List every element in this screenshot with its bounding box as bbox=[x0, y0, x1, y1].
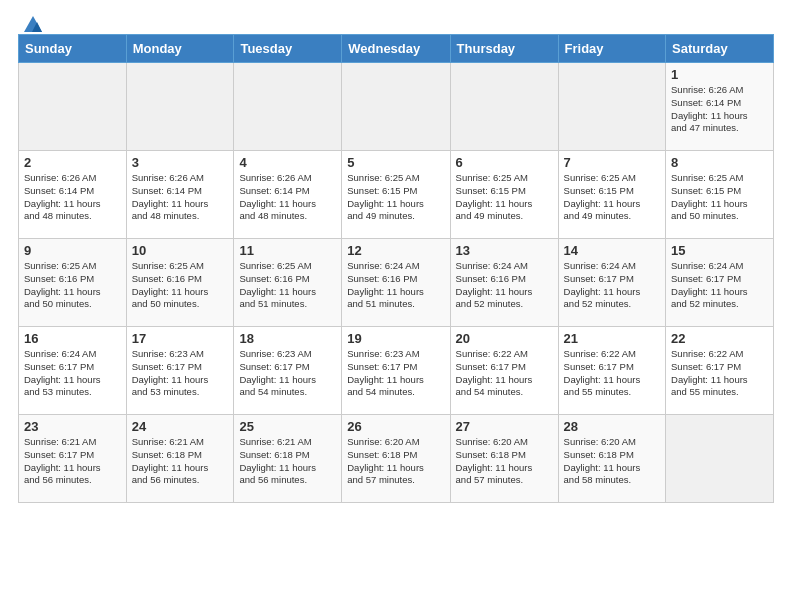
calendar-week-3: 16Sunrise: 6:24 AM Sunset: 6:17 PM Dayli… bbox=[19, 327, 774, 415]
day-number: 7 bbox=[564, 155, 660, 170]
calendar-cell: 6Sunrise: 6:25 AM Sunset: 6:15 PM Daylig… bbox=[450, 151, 558, 239]
weekday-header-row: SundayMondayTuesdayWednesdayThursdayFrid… bbox=[19, 35, 774, 63]
day-info: Sunrise: 6:20 AM Sunset: 6:18 PM Dayligh… bbox=[347, 436, 444, 487]
day-info: Sunrise: 6:21 AM Sunset: 6:17 PM Dayligh… bbox=[24, 436, 121, 487]
day-info: Sunrise: 6:24 AM Sunset: 6:16 PM Dayligh… bbox=[347, 260, 444, 311]
day-info: Sunrise: 6:22 AM Sunset: 6:17 PM Dayligh… bbox=[671, 348, 768, 399]
calendar-cell bbox=[19, 63, 127, 151]
day-info: Sunrise: 6:26 AM Sunset: 6:14 PM Dayligh… bbox=[24, 172, 121, 223]
day-number: 1 bbox=[671, 67, 768, 82]
logo-icon bbox=[22, 14, 44, 36]
weekday-header-tuesday: Tuesday bbox=[234, 35, 342, 63]
day-number: 24 bbox=[132, 419, 229, 434]
calendar-cell: 3Sunrise: 6:26 AM Sunset: 6:14 PM Daylig… bbox=[126, 151, 234, 239]
day-info: Sunrise: 6:24 AM Sunset: 6:17 PM Dayligh… bbox=[24, 348, 121, 399]
day-info: Sunrise: 6:25 AM Sunset: 6:16 PM Dayligh… bbox=[239, 260, 336, 311]
calendar-cell: 9Sunrise: 6:25 AM Sunset: 6:16 PM Daylig… bbox=[19, 239, 127, 327]
day-info: Sunrise: 6:23 AM Sunset: 6:17 PM Dayligh… bbox=[347, 348, 444, 399]
calendar-body: 1Sunrise: 6:26 AM Sunset: 6:14 PM Daylig… bbox=[19, 63, 774, 503]
calendar-cell: 23Sunrise: 6:21 AM Sunset: 6:17 PM Dayli… bbox=[19, 415, 127, 503]
weekday-header-monday: Monday bbox=[126, 35, 234, 63]
day-info: Sunrise: 6:25 AM Sunset: 6:15 PM Dayligh… bbox=[564, 172, 660, 223]
day-number: 2 bbox=[24, 155, 121, 170]
logo-area bbox=[18, 14, 44, 28]
calendar-cell bbox=[558, 63, 665, 151]
calendar-cell: 17Sunrise: 6:23 AM Sunset: 6:17 PM Dayli… bbox=[126, 327, 234, 415]
day-info: Sunrise: 6:25 AM Sunset: 6:15 PM Dayligh… bbox=[671, 172, 768, 223]
day-info: Sunrise: 6:26 AM Sunset: 6:14 PM Dayligh… bbox=[239, 172, 336, 223]
day-info: Sunrise: 6:21 AM Sunset: 6:18 PM Dayligh… bbox=[132, 436, 229, 487]
day-number: 22 bbox=[671, 331, 768, 346]
day-number: 12 bbox=[347, 243, 444, 258]
calendar-week-2: 9Sunrise: 6:25 AM Sunset: 6:16 PM Daylig… bbox=[19, 239, 774, 327]
day-info: Sunrise: 6:20 AM Sunset: 6:18 PM Dayligh… bbox=[456, 436, 553, 487]
day-info: Sunrise: 6:25 AM Sunset: 6:15 PM Dayligh… bbox=[347, 172, 444, 223]
day-info: Sunrise: 6:23 AM Sunset: 6:17 PM Dayligh… bbox=[132, 348, 229, 399]
day-info: Sunrise: 6:25 AM Sunset: 6:15 PM Dayligh… bbox=[456, 172, 553, 223]
day-info: Sunrise: 6:25 AM Sunset: 6:16 PM Dayligh… bbox=[24, 260, 121, 311]
day-info: Sunrise: 6:26 AM Sunset: 6:14 PM Dayligh… bbox=[132, 172, 229, 223]
day-info: Sunrise: 6:24 AM Sunset: 6:17 PM Dayligh… bbox=[564, 260, 660, 311]
calendar-cell bbox=[234, 63, 342, 151]
day-info: Sunrise: 6:22 AM Sunset: 6:17 PM Dayligh… bbox=[456, 348, 553, 399]
day-info: Sunrise: 6:26 AM Sunset: 6:14 PM Dayligh… bbox=[671, 84, 768, 135]
calendar-cell: 18Sunrise: 6:23 AM Sunset: 6:17 PM Dayli… bbox=[234, 327, 342, 415]
day-number: 14 bbox=[564, 243, 660, 258]
calendar-cell: 2Sunrise: 6:26 AM Sunset: 6:14 PM Daylig… bbox=[19, 151, 127, 239]
calendar-cell: 28Sunrise: 6:20 AM Sunset: 6:18 PM Dayli… bbox=[558, 415, 665, 503]
weekday-header-sunday: Sunday bbox=[19, 35, 127, 63]
calendar-cell: 1Sunrise: 6:26 AM Sunset: 6:14 PM Daylig… bbox=[666, 63, 774, 151]
day-info: Sunrise: 6:20 AM Sunset: 6:18 PM Dayligh… bbox=[564, 436, 660, 487]
page: SundayMondayTuesdayWednesdayThursdayFrid… bbox=[0, 0, 792, 612]
calendar-cell bbox=[450, 63, 558, 151]
day-number: 28 bbox=[564, 419, 660, 434]
calendar-cell: 5Sunrise: 6:25 AM Sunset: 6:15 PM Daylig… bbox=[342, 151, 450, 239]
calendar-cell: 12Sunrise: 6:24 AM Sunset: 6:16 PM Dayli… bbox=[342, 239, 450, 327]
day-info: Sunrise: 6:25 AM Sunset: 6:16 PM Dayligh… bbox=[132, 260, 229, 311]
day-number: 4 bbox=[239, 155, 336, 170]
calendar-cell: 20Sunrise: 6:22 AM Sunset: 6:17 PM Dayli… bbox=[450, 327, 558, 415]
day-number: 27 bbox=[456, 419, 553, 434]
day-number: 16 bbox=[24, 331, 121, 346]
weekday-header-saturday: Saturday bbox=[666, 35, 774, 63]
day-number: 21 bbox=[564, 331, 660, 346]
day-number: 18 bbox=[239, 331, 336, 346]
day-number: 8 bbox=[671, 155, 768, 170]
calendar-week-1: 2Sunrise: 6:26 AM Sunset: 6:14 PM Daylig… bbox=[19, 151, 774, 239]
weekday-header-friday: Friday bbox=[558, 35, 665, 63]
calendar-cell: 14Sunrise: 6:24 AM Sunset: 6:17 PM Dayli… bbox=[558, 239, 665, 327]
calendar-cell: 21Sunrise: 6:22 AM Sunset: 6:17 PM Dayli… bbox=[558, 327, 665, 415]
day-info: Sunrise: 6:24 AM Sunset: 6:17 PM Dayligh… bbox=[671, 260, 768, 311]
day-number: 6 bbox=[456, 155, 553, 170]
calendar-cell: 26Sunrise: 6:20 AM Sunset: 6:18 PM Dayli… bbox=[342, 415, 450, 503]
calendar-week-4: 23Sunrise: 6:21 AM Sunset: 6:17 PM Dayli… bbox=[19, 415, 774, 503]
day-number: 5 bbox=[347, 155, 444, 170]
calendar-cell: 22Sunrise: 6:22 AM Sunset: 6:17 PM Dayli… bbox=[666, 327, 774, 415]
day-info: Sunrise: 6:24 AM Sunset: 6:16 PM Dayligh… bbox=[456, 260, 553, 311]
logo bbox=[18, 14, 44, 36]
day-number: 10 bbox=[132, 243, 229, 258]
day-number: 15 bbox=[671, 243, 768, 258]
calendar-cell bbox=[666, 415, 774, 503]
calendar-cell: 10Sunrise: 6:25 AM Sunset: 6:16 PM Dayli… bbox=[126, 239, 234, 327]
calendar-cell: 7Sunrise: 6:25 AM Sunset: 6:15 PM Daylig… bbox=[558, 151, 665, 239]
calendar-cell: 4Sunrise: 6:26 AM Sunset: 6:14 PM Daylig… bbox=[234, 151, 342, 239]
calendar-cell: 25Sunrise: 6:21 AM Sunset: 6:18 PM Dayli… bbox=[234, 415, 342, 503]
day-info: Sunrise: 6:22 AM Sunset: 6:17 PM Dayligh… bbox=[564, 348, 660, 399]
calendar-table: SundayMondayTuesdayWednesdayThursdayFrid… bbox=[18, 34, 774, 503]
day-number: 25 bbox=[239, 419, 336, 434]
calendar-cell: 13Sunrise: 6:24 AM Sunset: 6:16 PM Dayli… bbox=[450, 239, 558, 327]
day-number: 17 bbox=[132, 331, 229, 346]
calendar-cell: 19Sunrise: 6:23 AM Sunset: 6:17 PM Dayli… bbox=[342, 327, 450, 415]
calendar-cell: 16Sunrise: 6:24 AM Sunset: 6:17 PM Dayli… bbox=[19, 327, 127, 415]
day-number: 19 bbox=[347, 331, 444, 346]
weekday-header-wednesday: Wednesday bbox=[342, 35, 450, 63]
calendar-cell: 24Sunrise: 6:21 AM Sunset: 6:18 PM Dayli… bbox=[126, 415, 234, 503]
day-number: 20 bbox=[456, 331, 553, 346]
calendar-cell: 15Sunrise: 6:24 AM Sunset: 6:17 PM Dayli… bbox=[666, 239, 774, 327]
calendar-cell bbox=[126, 63, 234, 151]
day-info: Sunrise: 6:21 AM Sunset: 6:18 PM Dayligh… bbox=[239, 436, 336, 487]
day-number: 23 bbox=[24, 419, 121, 434]
day-number: 26 bbox=[347, 419, 444, 434]
calendar-cell: 8Sunrise: 6:25 AM Sunset: 6:15 PM Daylig… bbox=[666, 151, 774, 239]
